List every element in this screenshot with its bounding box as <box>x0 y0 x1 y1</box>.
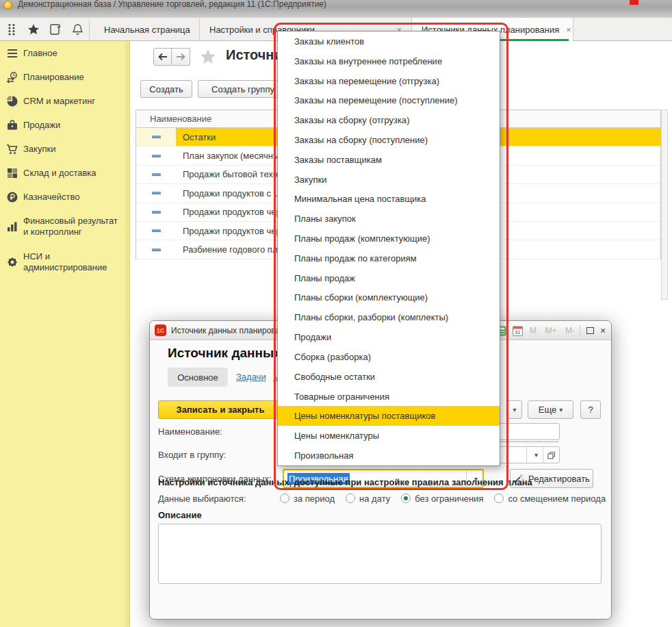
star-icon <box>200 49 216 64</box>
dropdown-item[interactable]: Сборка (разборка) <box>278 347 500 367</box>
element-icon <box>136 184 176 202</box>
sidebar-label: НСИ и администрирование <box>23 251 121 273</box>
tab-home-label: Начальная страница <box>104 25 190 35</box>
create-button[interactable]: Создать <box>140 80 192 98</box>
memory-plus-button[interactable]: M+ <box>543 324 559 337</box>
sidebar-item-nsi-administration[interactable]: НСИ и администрирование <box>0 244 129 280</box>
history-button[interactable] <box>47 21 64 38</box>
element-icon <box>136 128 176 146</box>
element-icon <box>136 222 176 240</box>
notifications-button[interactable] <box>68 21 86 38</box>
favorite-star-button[interactable] <box>200 49 216 64</box>
radio-label: со смещением периода <box>508 494 606 504</box>
dropdown-item[interactable]: Планы продаж по категориям <box>278 248 500 268</box>
sidebar-item-treasury[interactable]: Казначейство <box>0 185 129 209</box>
dropdown-item[interactable]: Заказы на перемещение (отгрузка) <box>278 71 500 91</box>
main-menu-button[interactable] <box>3 21 21 38</box>
sidebar-label: Финансовый результат и контроллинг <box>23 216 121 238</box>
group-open-button[interactable] <box>543 447 559 463</box>
more-label: Еще <box>539 405 556 415</box>
arrow-right-icon <box>176 53 185 61</box>
radio-icon-selected <box>401 494 411 503</box>
radio-option-period-shift[interactable]: со смещением периода <box>494 494 606 504</box>
dropdown-item[interactable]: Заказы клиентов <box>278 31 500 51</box>
dialog-tab-main[interactable]: Основное <box>168 368 228 387</box>
more-button[interactable]: Еще <box>528 400 573 419</box>
close-button-sliver[interactable] <box>630 0 638 5</box>
radio-option-date[interactable]: на дату <box>346 494 390 504</box>
dropdown-item[interactable]: Заказы на сборку (отгрузка) <box>278 110 500 130</box>
dropdown-item[interactable]: Заказы на сборку (поступление) <box>278 130 500 150</box>
dropdown-item[interactable]: Минимальная цена поставщика <box>278 190 500 209</box>
titlebar-separator <box>580 325 580 336</box>
favorites-button[interactable] <box>25 21 42 38</box>
vertical-scrollbar[interactable] <box>661 110 668 300</box>
forward-button[interactable] <box>172 48 190 66</box>
radio-label: без ограничения <box>415 494 483 504</box>
dropdown-item-highlighted[interactable]: Цены номенклатуры поставщиков <box>278 406 500 426</box>
memory-minus-button[interactable]: M- <box>562 324 578 337</box>
navigation-buttons <box>153 48 190 66</box>
group-field-label: Входит в группу: <box>158 450 226 460</box>
sidebar-item-crm[interactable]: CRM и маркетинг <box>0 89 129 113</box>
dropdown-item[interactable]: Произвольная <box>278 446 500 465</box>
dropdown-item[interactable]: Планы сборки, разборки (комплекты) <box>278 307 500 327</box>
save-and-close-button[interactable]: Записать и закрыть <box>158 400 283 419</box>
sidebar-item-purchases[interactable]: Закупки <box>0 137 129 161</box>
dropdown-item[interactable]: Заказы на внутреннее потребление <box>278 51 500 71</box>
settings-section-heading: Настройки источника данных, доступные пр… <box>158 477 532 487</box>
sidebar-item-financial-result[interactable]: Финансовый результат и контроллинг <box>0 209 129 244</box>
tab-close-icon[interactable] <box>559 25 571 35</box>
sidebar-label: Закупки <box>23 144 55 155</box>
dropdown-item[interactable]: Свободные остатки <box>278 367 500 387</box>
split-button-fragment[interactable] <box>507 400 522 419</box>
dropdown-item[interactable]: Планы закупок <box>278 209 500 229</box>
sidebar-item-main[interactable]: Главное <box>0 41 129 65</box>
1c-logo-icon: 1С <box>155 324 166 336</box>
maximize-button[interactable] <box>584 324 596 337</box>
calendar-icon[interactable]: 31 <box>511 324 524 337</box>
dropdown-item[interactable]: Продажи <box>278 327 500 347</box>
radio-icon <box>346 494 355 503</box>
sidebar-label: CRM и маркетинг <box>23 96 95 107</box>
element-icon <box>136 203 176 221</box>
dropdown-item[interactable]: Цены номенклатуры <box>278 426 500 446</box>
radio-label: на дату <box>359 494 390 504</box>
back-button[interactable] <box>153 48 172 66</box>
app-window: Демонстрационная база / Управление торго… <box>0 0 672 627</box>
sidebar-label: Главное <box>23 48 57 59</box>
menu-icon <box>6 47 18 60</box>
star-icon <box>27 23 40 36</box>
group-dropdown-button[interactable] <box>526 447 543 463</box>
close-button[interactable] <box>597 324 608 337</box>
description-textarea[interactable] <box>158 524 602 584</box>
tab-home[interactable]: Начальная страница <box>89 18 200 41</box>
data-select-label: Данные выбираются: <box>158 494 246 504</box>
dropdown-item[interactable]: Планы сборки (комплектующие) <box>278 288 500 308</box>
dropdown-item[interactable]: Закупки <box>278 170 500 190</box>
history-scroll-icon <box>49 23 62 36</box>
dropdown-item[interactable]: Заказы на перемещение (поступление) <box>278 90 500 110</box>
help-button[interactable]: ? <box>580 400 601 419</box>
radio-label: за период <box>294 494 335 504</box>
name-field-label: Наименование: <box>158 426 222 437</box>
sidebar-item-sales[interactable]: Продажи <box>0 113 129 137</box>
cart-icon <box>6 143 18 155</box>
1c-app-icon <box>3 1 12 10</box>
sidebar-label: Склад и доставка <box>23 168 96 179</box>
dialog-tab-tasks[interactable]: Задачи <box>236 372 266 382</box>
dropdown-item[interactable]: Планы продаж (комплектующие) <box>278 229 500 248</box>
sidebar-item-planning[interactable]: Планирование <box>0 65 129 89</box>
radio-option-period[interactable]: за период <box>280 494 335 504</box>
dropdown-item[interactable]: Товарные ограничения <box>278 387 500 407</box>
radio-icon <box>494 494 504 503</box>
sidebar-item-warehouse[interactable]: Склад и доставка <box>0 161 129 185</box>
ruble-icon <box>6 191 18 203</box>
radio-option-no-limit[interactable]: без ограничения <box>401 494 483 504</box>
create-group-button[interactable]: Создать группу <box>198 80 288 98</box>
schema-dropdown-list: Заказы клиентов Заказы на внутреннее пот… <box>277 31 500 466</box>
briefcase-icon <box>6 119 18 131</box>
dropdown-item[interactable]: Планы продаж <box>278 268 500 288</box>
memory-recall-button[interactable]: M <box>528 324 539 337</box>
dropdown-item[interactable]: Заказы поставщикам <box>278 150 500 170</box>
